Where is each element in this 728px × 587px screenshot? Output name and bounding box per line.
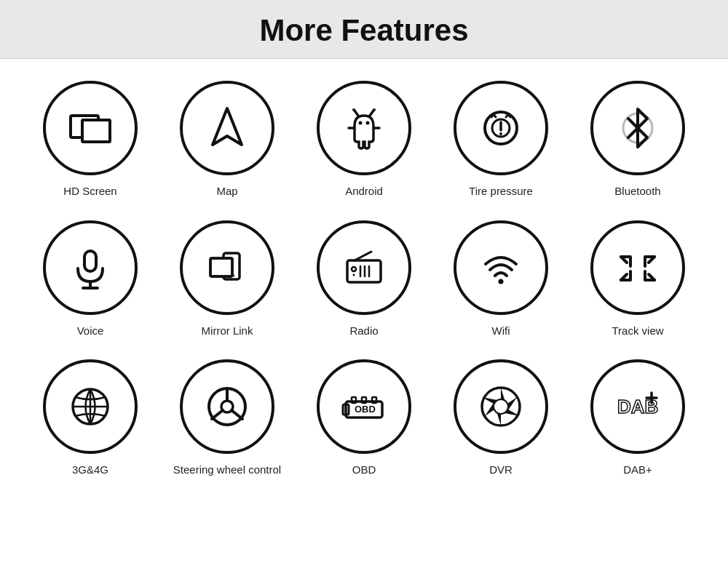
radio-icon (317, 220, 411, 315)
feature-hd-screen: HD Screen (22, 81, 159, 199)
feature-dvr: DVR (432, 359, 569, 477)
svg-line-6 (370, 111, 373, 116)
svg-point-31 (499, 279, 504, 284)
steering-wheel-label: Steering wheel control (173, 463, 281, 477)
features-grid: HD Screen Map (0, 59, 728, 506)
svg-point-30 (353, 273, 355, 276)
map-label: Map (216, 184, 237, 199)
svg-point-7 (373, 108, 376, 111)
feature-steering-wheel: Steering wheel control (159, 359, 296, 477)
voice-icon (43, 220, 138, 315)
track-view-icon (590, 220, 685, 315)
bluetooth-label: Bluetooth (614, 184, 660, 199)
svg-marker-3 (213, 108, 242, 145)
hd-screen-icon (43, 81, 138, 175)
svg-point-29 (352, 267, 356, 271)
feature-obd: OBD OBD (296, 359, 432, 477)
voice-label: Voice (77, 324, 104, 338)
page-title: More Features (0, 13, 728, 48)
tire-pressure-icon (454, 81, 548, 175)
svg-text:OBD: OBD (355, 404, 376, 415)
hd-screen-label: HD Screen (63, 184, 116, 199)
wifi-icon (454, 220, 548, 315)
android-label: Android (345, 184, 383, 199)
obd-icon: OBD (317, 359, 411, 454)
feature-bluetooth: Bluetooth (569, 81, 706, 199)
svg-point-8 (359, 121, 363, 125)
svg-rect-17 (84, 251, 96, 271)
svg-line-25 (355, 252, 371, 260)
feature-map: Map (159, 81, 296, 199)
mirror-link-icon (180, 220, 274, 315)
obd-label: OBD (352, 463, 376, 477)
steering-wheel-icon (180, 359, 274, 454)
map-icon (180, 81, 274, 175)
feature-mirror-link: Mirror Link (159, 220, 296, 338)
dab-plus-icon: DAB (590, 359, 685, 454)
svg-point-5 (352, 108, 355, 111)
feature-android: Android (296, 81, 432, 199)
dab-plus-label: DAB+ (623, 463, 652, 477)
svg-rect-45 (372, 397, 376, 403)
feature-tire-pressure: Tire pressure (432, 81, 569, 199)
svg-rect-22 (210, 258, 232, 276)
mirror-link-label: Mirror Link (202, 324, 253, 338)
header: More Features (0, 0, 728, 59)
svg-line-4 (355, 111, 358, 116)
android-icon (317, 81, 411, 175)
svg-point-9 (366, 121, 370, 125)
feature-wifi: Wifi (432, 220, 569, 338)
feature-dab-plus: DAB DAB+ (569, 359, 706, 477)
tire-pressure-label: Tire pressure (469, 184, 533, 199)
svg-rect-44 (362, 397, 366, 403)
3g4g-icon (43, 359, 138, 454)
feature-voice: Voice (22, 220, 159, 338)
bluetooth-icon (590, 81, 685, 175)
svg-point-15 (499, 132, 502, 135)
feature-3g4g: 3G&4G (22, 359, 159, 477)
radio-label: Radio (349, 324, 378, 338)
track-view-label: Track view (612, 324, 663, 338)
feature-radio: Radio (296, 220, 432, 338)
svg-rect-1 (82, 120, 110, 142)
svg-line-38 (212, 410, 223, 419)
svg-rect-43 (352, 397, 356, 403)
svg-line-39 (232, 410, 242, 419)
3g4g-label: 3G&4G (72, 463, 108, 477)
feature-track-view: Track view (569, 220, 706, 338)
dvr-label: DVR (489, 463, 513, 477)
wifi-label: Wifi (492, 324, 510, 338)
dvr-icon (454, 359, 548, 454)
